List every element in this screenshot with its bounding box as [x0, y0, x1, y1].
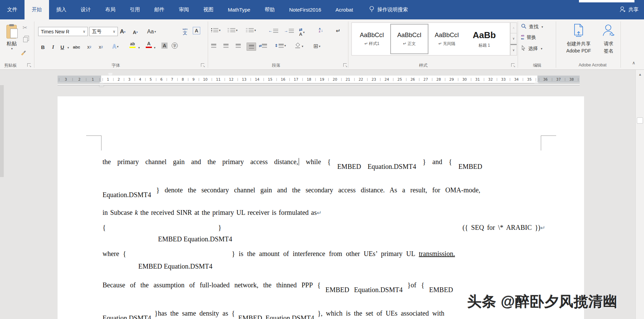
align-center-button[interactable]	[223, 44, 229, 48]
superscript-button[interactable]: x2	[99, 43, 103, 51]
editing-group-label: 编辑	[521, 63, 553, 68]
font-color-dropdown-arrow[interactable]: ▾	[154, 46, 156, 49]
font-size-chevron-icon[interactable]: ∨	[111, 29, 117, 34]
request-signatures-button[interactable]: 请求 签名	[598, 23, 619, 54]
replace-button[interactable]: abac 替换	[521, 34, 536, 41]
find-dropdown-arrow[interactable]: ▾	[541, 25, 543, 29]
tab-开始[interactable]: 开始	[25, 0, 49, 19]
subscript-button[interactable]: x2	[87, 43, 91, 51]
previous-page-edge	[58, 84, 580, 85]
doc-line: Equation.DSMT4 } denote the secondary ch…	[103, 186, 543, 194]
style-item-样式1[interactable]: AaBbCcI↵ 样式1	[353, 24, 391, 54]
shrink-font-button[interactable]: A▾	[133, 28, 138, 37]
tab-帮助[interactable]: 帮助	[257, 0, 282, 19]
style-item-标题 1[interactable]: AaBb标题 1	[466, 24, 503, 54]
ruler-right: |36|37|38|	[537, 76, 580, 83]
distribute-button[interactable]: ⇄	[259, 44, 267, 48]
select-dropdown-arrow[interactable]: ▾	[541, 47, 543, 50]
phonetic-guide-button[interactable]: wén 文	[183, 26, 188, 36]
strikethrough-button[interactable]: abc	[73, 43, 80, 51]
enclose-characters-button[interactable]: 字	[172, 43, 178, 49]
bullets-button[interactable]: ▾	[211, 28, 221, 32]
font-name-chevron-icon[interactable]: ∨	[81, 29, 88, 34]
pdf-upload-icon	[572, 23, 585, 40]
borders-button[interactable]: ⊞▾	[313, 43, 320, 50]
highlight-dropdown-arrow[interactable]: ▾	[138, 46, 140, 49]
font-size-value: 五号	[92, 29, 101, 35]
change-case-button[interactable]: Aa▾	[147, 27, 156, 36]
paragraph-group-label: 段落	[244, 63, 309, 68]
asian-layout-button[interactable]: ⇄A ▾	[299, 28, 305, 37]
tab-邮件[interactable]: 邮件	[147, 0, 172, 19]
clipboard-dialog-launcher[interactable]	[27, 63, 31, 67]
shading-button[interactable]: ▾	[294, 43, 303, 50]
paste-button[interactable]: 粘贴 ▾	[3, 23, 20, 64]
search-icon	[521, 23, 527, 30]
underline-dropdown-arrow[interactable]: ▾	[67, 46, 69, 49]
tab-引用[interactable]: 引用	[123, 0, 147, 19]
window-artifact	[579, 0, 634, 2]
scrollbar-thumb[interactable]	[637, 117, 643, 124]
numbering-button[interactable]: ▾	[227, 28, 238, 32]
character-shading-button[interactable]: A	[161, 43, 168, 49]
clipboard-group-label: 剪贴板	[0, 63, 21, 68]
text-effects-button[interactable]: A▾	[112, 42, 119, 51]
styles-dialog-launcher[interactable]	[511, 63, 515, 67]
align-right-button[interactable]	[236, 44, 241, 48]
multilevel-list-button[interactable]: ▾	[246, 28, 256, 32]
font-name-combo[interactable]: Times New R ∨	[38, 27, 88, 36]
tab-设计[interactable]: 设计	[74, 0, 98, 19]
find-button[interactable]: 查找 ▾	[521, 23, 543, 30]
font-color-button[interactable]: A	[146, 41, 152, 48]
highlight-color-bar	[129, 47, 136, 48]
align-left-button[interactable]	[211, 44, 216, 48]
underline-button[interactable]: U	[59, 43, 65, 51]
tab-Acrobat[interactable]: Acrobat	[328, 0, 360, 19]
paragraph-dialog-launcher[interactable]	[343, 63, 347, 67]
show-marks-button[interactable]: ↵	[336, 28, 340, 34]
align-center-icon	[223, 44, 229, 48]
decrease-indent-button[interactable]: ←	[268, 28, 278, 33]
bold-button[interactable]: B	[40, 43, 46, 51]
indent-left-icon: ←	[268, 28, 272, 33]
cut-button[interactable]: ✂	[22, 24, 27, 31]
style-item-无间隔[interactable]: AaBbCcI↵ 无间隔	[428, 24, 466, 54]
paste-dropdown-arrow[interactable]: ▾	[11, 47, 13, 50]
tab-视图[interactable]: 视图	[196, 0, 221, 19]
numbering-icon	[227, 28, 229, 32]
acrobat-group-label: Adobe Acrobat	[565, 63, 620, 67]
tab-布局[interactable]: 布局	[98, 0, 123, 19]
justify-button[interactable]	[247, 43, 256, 51]
increase-indent-button[interactable]: →	[284, 28, 294, 33]
copy-button[interactable]	[23, 37, 28, 42]
sort-button[interactable]: AZ ↓	[319, 28, 323, 33]
share-button[interactable]: 共享	[619, 0, 639, 19]
style-item-正文[interactable]: AaBbCcI↵ 正文	[391, 24, 428, 54]
style-gallery-more-button[interactable]: ∨	[511, 44, 517, 55]
tab-文件[interactable]: 文件	[0, 0, 25, 19]
align-right-icon	[236, 44, 241, 48]
italic-button[interactable]: I	[50, 43, 56, 51]
grow-font-button[interactable]: A▴	[120, 27, 125, 36]
text-boundary-mark-right	[541, 135, 556, 150]
select-button[interactable]: 选择 ▾	[521, 45, 543, 52]
text-highlight-button[interactable]: ab	[129, 42, 136, 48]
style-scroll-up-button[interactable]: ∧	[511, 23, 517, 33]
tab-MathType[interactable]: MathType	[221, 0, 257, 19]
character-border-button[interactable]: A	[193, 27, 200, 34]
collapse-ribbon-button[interactable]: ∧	[632, 60, 635, 65]
line-spacing-button[interactable]: ⇕▾	[274, 43, 286, 48]
font-dialog-launcher[interactable]	[201, 63, 204, 67]
font-size-combo[interactable]: 五号 ∨	[89, 27, 118, 36]
create-share-pdf-button[interactable]: 创建并共享 Adobe PDF	[560, 23, 597, 54]
style-scroll-down-button[interactable]: ∨	[511, 33, 517, 44]
styles-group-label: 样式	[391, 63, 456, 68]
tab-插入[interactable]: 插入	[49, 0, 74, 19]
tab-NoteFirst2016[interactable]: NoteFirst2016	[282, 0, 328, 19]
document-page[interactable]: the primary channel gain and the primary…	[58, 96, 584, 319]
format-painter-button[interactable]	[20, 49, 27, 57]
tell-me-search[interactable]: 操作说明搜索	[369, 0, 408, 19]
scrollbar-up-button[interactable]: ▲	[636, 73, 644, 76]
tab-审阅[interactable]: 审阅	[172, 0, 196, 19]
vertical-scrollbar[interactable]: ▲	[635, 70, 644, 319]
